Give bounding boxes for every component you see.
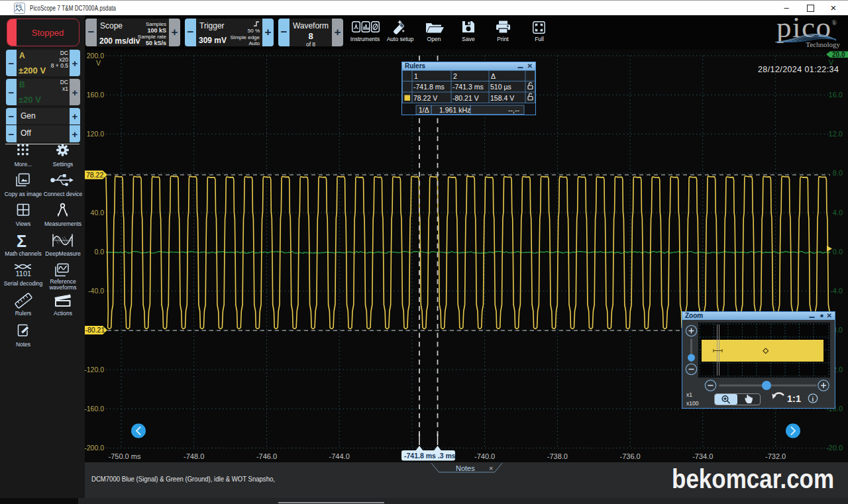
svg-text:-80.21: -80.21 bbox=[85, 326, 105, 334]
svg-text:-736.0: -736.0 bbox=[619, 452, 640, 460]
svg-text:158.4 V: 158.4 V bbox=[490, 94, 514, 102]
svg-text:0.0: 0.0 bbox=[833, 248, 843, 256]
svg-text:1:1: 1:1 bbox=[787, 393, 801, 404]
svg-text:-120.0: -120.0 bbox=[84, 366, 104, 374]
svg-text:28/12/2024 01:22:34: 28/12/2024 01:22:34 bbox=[758, 65, 839, 74]
svg-text:1.961 kHz: 1.961 kHz bbox=[439, 106, 470, 114]
svg-text:-20.0: -20.0 bbox=[826, 444, 843, 452]
svg-text:-738.0: -738.0 bbox=[547, 452, 568, 460]
svg-text:V: V bbox=[96, 59, 101, 67]
svg-text:-160.0: -160.0 bbox=[84, 405, 104, 413]
svg-text:-741.8 ms: -741.8 ms bbox=[413, 83, 445, 91]
svg-text:-734.0: -734.0 bbox=[692, 452, 713, 460]
svg-text:120.0: 120.0 bbox=[87, 130, 104, 138]
svg-text:Δ: Δ bbox=[491, 72, 496, 80]
svg-text:-80.21 V: -80.21 V bbox=[452, 94, 479, 102]
svg-text:78.22: 78.22 bbox=[86, 171, 103, 179]
svg-text:1: 1 bbox=[414, 72, 418, 80]
svg-text:2: 2 bbox=[453, 72, 457, 80]
svg-text:12.0: 12.0 bbox=[829, 130, 843, 138]
svg-text:510 µs: 510 µs bbox=[490, 83, 511, 91]
svg-text:78.22 V: 78.22 V bbox=[413, 94, 437, 102]
svg-text:-748.0: -748.0 bbox=[184, 452, 204, 460]
svg-text:--,--: --,-- bbox=[508, 106, 519, 114]
svg-text:0.0: 0.0 bbox=[94, 248, 104, 256]
svg-text:-746.0: -746.0 bbox=[256, 452, 277, 460]
svg-text:20.0: 20.0 bbox=[832, 51, 845, 58]
svg-text:-750.0 ms: -750.0 ms bbox=[109, 452, 141, 460]
svg-text:4.0: 4.0 bbox=[833, 209, 843, 217]
svg-text:16.0: 16.0 bbox=[829, 91, 843, 99]
svg-text:x1: x1 bbox=[686, 391, 692, 398]
svg-text:200.0: 200.0 bbox=[87, 52, 104, 60]
svg-text:-740.0: -740.0 bbox=[474, 452, 495, 460]
svg-text:-741.3 ms: -741.3 ms bbox=[452, 83, 484, 91]
svg-text:40.0: 40.0 bbox=[91, 209, 105, 217]
svg-text:8.0: 8.0 bbox=[833, 169, 843, 177]
svg-text:-200.0: -200.0 bbox=[84, 444, 104, 452]
svg-text:x100: x100 bbox=[686, 400, 699, 407]
svg-text:-732.0: -732.0 bbox=[765, 452, 786, 460]
svg-text:-40.0: -40.0 bbox=[88, 287, 104, 295]
svg-text:160.0: 160.0 bbox=[87, 91, 104, 99]
svg-text:-4.0: -4.0 bbox=[830, 287, 843, 295]
svg-text:-744.0: -744.0 bbox=[329, 452, 350, 460]
svg-text:i: i bbox=[812, 395, 814, 403]
svg-text:1/Δ: 1/Δ bbox=[419, 106, 429, 114]
svg-text:-741.8 ms .3 ms: -741.8 ms .3 ms bbox=[404, 452, 456, 460]
